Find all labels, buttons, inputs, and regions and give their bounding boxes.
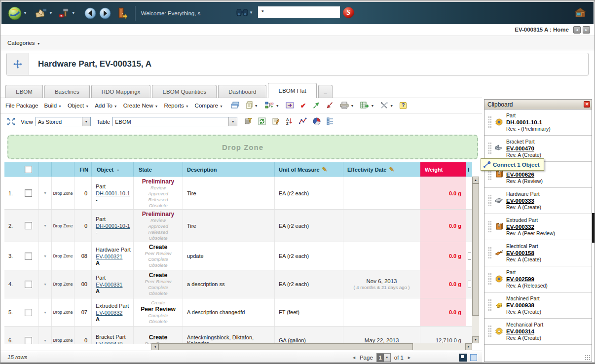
row-actions-icon[interactable]: ▼ bbox=[43, 339, 47, 342]
menu-reports[interactable]: Reports▼ bbox=[164, 103, 188, 109]
object-link[interactable]: DH-0001-10-1 bbox=[96, 190, 133, 197]
object-link[interactable]: EV-000321 bbox=[96, 253, 133, 260]
exchange-window-icon[interactable] bbox=[286, 102, 294, 110]
row-checkbox[interactable] bbox=[25, 309, 32, 316]
header-uom[interactable]: Unit of Measure✎ bbox=[275, 162, 343, 177]
tab-dashboard[interactable]: Dashboard bbox=[218, 85, 266, 98]
object-link[interactable]: DH-0001-10-1 bbox=[96, 222, 133, 229]
menu-file-package[interactable]: File Package bbox=[5, 103, 38, 109]
clip-item-link[interactable]: EV-000626 bbox=[506, 171, 543, 178]
approve-check-icon[interactable]: ✔ bbox=[300, 102, 306, 109]
header-description[interactable]: Description bbox=[183, 162, 275, 177]
row-drop-zone[interactable]: Drop Zone bbox=[52, 242, 74, 270]
header-object[interactable]: Object▲ bbox=[92, 162, 134, 177]
actions-caret-icon[interactable]: ▼ bbox=[49, 11, 53, 15]
panel-view-dark-toggle[interactable] bbox=[459, 354, 467, 362]
demote-icon[interactable] bbox=[326, 102, 334, 110]
chart-view-icon[interactable] bbox=[299, 117, 307, 126]
panel-view-light-toggle[interactable] bbox=[470, 354, 477, 361]
page-select[interactable]: 1▼ bbox=[376, 353, 391, 362]
print-icon[interactable]: ▼ bbox=[340, 102, 354, 110]
menu-object[interactable]: Object▼ bbox=[68, 103, 89, 109]
expand-structure-icon[interactable] bbox=[327, 117, 334, 126]
clip-item-link[interactable]: EV-002599 bbox=[506, 276, 548, 283]
tab-baselines[interactable]: Baselines bbox=[44, 85, 90, 98]
page-next-icon[interactable]: ► bbox=[407, 355, 411, 360]
tab-ebom-flat[interactable]: EBOM Flat bbox=[268, 83, 316, 98]
sort-icon[interactable]: AZ bbox=[286, 117, 293, 126]
partial-checkbox[interactable] bbox=[468, 253, 471, 260]
row-checkbox[interactable] bbox=[25, 281, 32, 288]
crumb-back-button[interactable]: ◄ bbox=[573, 26, 581, 34]
edit-table-icon[interactable] bbox=[272, 117, 280, 126]
clip-item-link[interactable]: EV-000333 bbox=[506, 197, 541, 204]
row-actions-icon[interactable]: ▼ bbox=[43, 311, 47, 314]
horizontal-scroll-thumb[interactable] bbox=[158, 343, 413, 350]
categories-menu[interactable]: Categories▼ bbox=[7, 40, 40, 46]
partial-checkbox[interactable] bbox=[468, 281, 471, 288]
vertical-scrollbar[interactable]: ▲ ▼ bbox=[472, 177, 479, 343]
promote-icon[interactable] bbox=[312, 102, 320, 110]
resize-grip[interactable] bbox=[585, 355, 591, 361]
structure-compare-icon[interactable]: 99▼ bbox=[264, 101, 279, 110]
clip-item-link[interactable]: EV-000158 bbox=[506, 250, 541, 256]
drag-handle[interactable] bbox=[488, 194, 492, 207]
horizontal-scrollbar[interactable]: ◄ ► bbox=[151, 343, 472, 350]
row-checkbox[interactable] bbox=[25, 189, 32, 197]
engineering-icon[interactable] bbox=[58, 7, 71, 19]
scroll-left-button[interactable]: ◄ bbox=[151, 343, 158, 350]
header-effectivity[interactable]: Effectivity Date✎ bbox=[343, 162, 420, 177]
drag-handle[interactable] bbox=[488, 220, 492, 233]
search-input[interactable] bbox=[258, 6, 340, 18]
drag-handle[interactable] bbox=[488, 273, 492, 286]
drag-handle[interactable] bbox=[488, 116, 492, 129]
drop-zone[interactable]: Drop Zone bbox=[7, 135, 478, 159]
object-link[interactable]: EV-000470 bbox=[96, 340, 133, 344]
header-blank2[interactable] bbox=[39, 162, 52, 177]
table-select[interactable]: EBOM▼ bbox=[112, 117, 237, 126]
row-actions-icon[interactable]: ▼ bbox=[43, 255, 47, 258]
scroll-down-button[interactable]: ▼ bbox=[472, 336, 479, 343]
logout-icon[interactable] bbox=[117, 7, 128, 20]
menu-create-new[interactable]: Create New▼ bbox=[123, 103, 158, 109]
filter-remove-icon[interactable] bbox=[244, 117, 252, 126]
crumb-forward-button[interactable]: ► bbox=[583, 26, 590, 34]
maximize-icon[interactable] bbox=[7, 118, 15, 125]
brand-caret-icon[interactable]: ▼ bbox=[23, 11, 27, 15]
view-select[interactable]: As Stored▼ bbox=[36, 117, 91, 126]
row-drop-zone[interactable]: Drop Zone bbox=[52, 327, 74, 344]
header-fn[interactable]: F/N bbox=[74, 162, 92, 177]
row-actions-icon[interactable]: ▼ bbox=[43, 224, 47, 227]
header-weight[interactable]: Weight bbox=[420, 162, 466, 177]
menu-add-to[interactable]: Add To▼ bbox=[95, 103, 117, 109]
cascade-windows-icon[interactable] bbox=[231, 102, 239, 110]
tools-icon-caret[interactable]: ▼ bbox=[390, 104, 393, 108]
tab-ebom-quantities[interactable]: EBOM Quantities bbox=[152, 85, 217, 98]
scroll-right-button[interactable]: ► bbox=[465, 343, 472, 350]
row-checkbox[interactable] bbox=[25, 337, 32, 344]
page-prev-icon[interactable]: ◄ bbox=[352, 355, 356, 360]
scroll-up-button[interactable]: ▲ bbox=[472, 177, 479, 183]
back-button[interactable] bbox=[84, 7, 96, 19]
tools-icon[interactable]: ▼ bbox=[380, 102, 393, 110]
row-drop-zone[interactable]: Drop Zone bbox=[52, 270, 74, 298]
edit-column-icon[interactable]: ✎ bbox=[389, 166, 394, 173]
clip-item-link[interactable]: DH-0001-10-1 bbox=[506, 119, 551, 126]
print-icon-caret[interactable]: ▼ bbox=[350, 104, 354, 108]
forward-button[interactable] bbox=[99, 7, 111, 19]
brand-logo-icon[interactable] bbox=[7, 6, 22, 21]
vertical-scroll-thumb[interactable] bbox=[472, 183, 479, 316]
home-icon[interactable] bbox=[574, 6, 587, 18]
clip-item-link[interactable]: EV-000314 bbox=[506, 328, 543, 335]
clip-item-link[interactable]: EV-000470 bbox=[506, 145, 541, 152]
tab-rdo-mappingx[interactable]: RDO Mappingx bbox=[91, 85, 151, 98]
row-actions-icon[interactable]: ▼ bbox=[43, 191, 47, 195]
drag-handle[interactable] bbox=[488, 299, 492, 312]
refresh-icon[interactable] bbox=[258, 117, 266, 126]
drag-handle[interactable] bbox=[488, 325, 492, 338]
row-drop-zone[interactable]: Drop Zone bbox=[52, 298, 74, 326]
object-link[interactable]: EV-000331 bbox=[96, 281, 133, 288]
edit-column-icon[interactable]: ✎ bbox=[322, 166, 328, 173]
drag-handle[interactable] bbox=[488, 247, 492, 259]
browser-scrollbar-thumb[interactable] bbox=[592, 213, 595, 243]
